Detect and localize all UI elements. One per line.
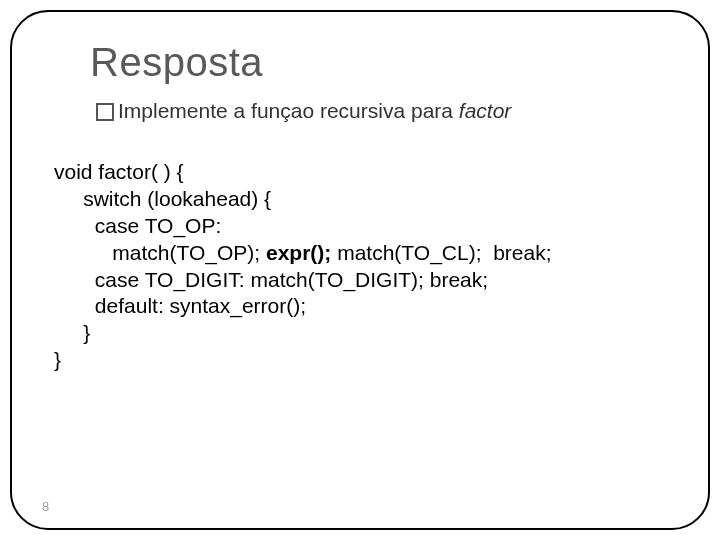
slide-frame: Resposta Implemente a funçao recursiva p…: [10, 10, 710, 530]
code-line-6: default: syntax_error();: [54, 294, 306, 317]
subtitle-lead: Implemente a funçao recursiva para: [118, 99, 459, 122]
code-line-4a: match(TO_OP);: [54, 241, 266, 264]
slide-title: Resposta: [90, 40, 666, 85]
code-line-4b: expr();: [266, 241, 331, 264]
code-block: void factor( ) { switch (lookahead) { ca…: [54, 159, 666, 374]
bullet-square-icon: [96, 103, 114, 121]
subtitle-row: Implemente a funçao recursiva para facto…: [96, 99, 666, 123]
code-line-7: }: [54, 321, 90, 344]
code-line-2: switch (lookahead) {: [54, 187, 271, 210]
code-line-8: }: [54, 348, 61, 371]
subtitle-text: Implemente a funçao recursiva para facto…: [118, 99, 511, 123]
code-line-1: void factor( ) {: [54, 160, 184, 183]
subtitle-italic: factor: [459, 99, 512, 122]
code-line-3: case TO_OP:: [54, 214, 221, 237]
page-number: 8: [42, 499, 49, 514]
code-line-5: case TO_DIGIT: match(TO_DIGIT); break;: [54, 268, 488, 291]
code-line-4c: match(TO_CL); break;: [331, 241, 551, 264]
